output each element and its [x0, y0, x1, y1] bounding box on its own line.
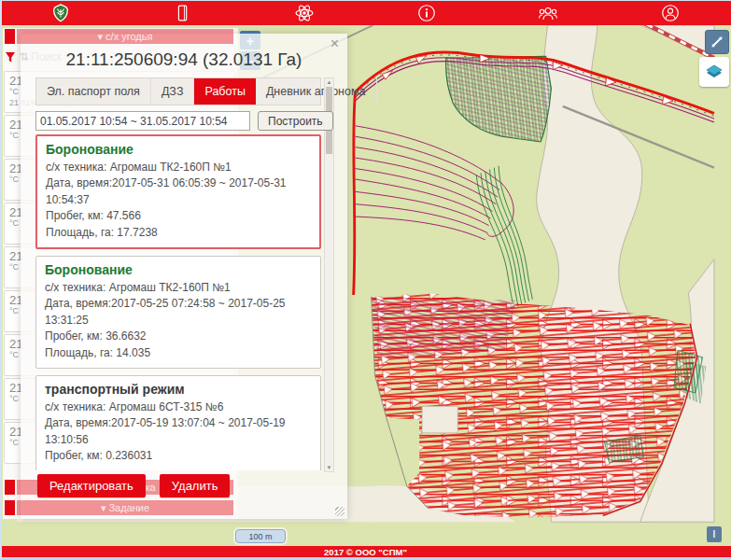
layers-icon[interactable] — [699, 57, 729, 87]
build-button[interactable]: Построить — [258, 111, 333, 131]
work-datetime: Дата, время:2017-05-19 13:07:04 ~ 2017-0… — [45, 415, 312, 448]
modal-tab[interactable]: Дневник агронома — [256, 78, 377, 105]
accordion-lands-header[interactable]: ▾ с/х угодья — [17, 29, 233, 44]
work-title: транспортный режим — [45, 382, 312, 397]
work-datetime: Дата, время:2017-05-25 07:24:58 ~ 2017-0… — [45, 296, 312, 329]
modal-tab[interactable]: Работы — [194, 78, 255, 105]
work-area: Площадь, га: 17.7238 — [46, 225, 311, 241]
field-details-modal: × 21:11:250609:94 (32.0131 Га) Эл. паспо… — [21, 34, 347, 519]
page-left-border — [0, 0, 2, 560]
work-machine: с/х техника: Агромаш ТК2-160П №1 — [45, 280, 312, 296]
scroll-up-icon[interactable]: ▲ — [325, 78, 333, 86]
delete-button[interactable]: Удалить — [160, 474, 231, 497]
copyright-text: 2017 © ООО "СПМ" — [324, 547, 407, 557]
field-cadastral-title: 21:11:250609:94 (32.0131 Га) — [21, 49, 347, 70]
work-card[interactable]: Боронование с/х техника: Агромаш ТК2-160… — [35, 134, 321, 249]
modal-actions: Редактировать Удалить — [37, 474, 230, 497]
work-machine: с/х техника: Агромаш 6СТ-315 №6 — [45, 399, 312, 415]
date-filter-row: Построить — [35, 111, 333, 131]
science-atom-icon[interactable] — [292, 2, 316, 24]
work-mileage: Пробег, км: 47.566 — [46, 208, 311, 224]
top-navigation-bar — [0, 1, 731, 25]
work-area: Площадь, га: 14.035 — [45, 345, 312, 361]
work-mileage: Пробег, км: 36.6632 — [45, 329, 312, 344]
filter-funnel-icon[interactable] — [5, 51, 16, 63]
accordion-marker-lands — [5, 29, 15, 44]
work-title: Боронование — [46, 142, 311, 157]
footer-bar: 2017 © ООО "СПМ" — [0, 546, 731, 557]
users-icon[interactable] — [536, 2, 560, 24]
modal-scrollbar[interactable]: ▲ ▼ — [324, 77, 334, 472]
map-scale-bar: 100 m — [235, 529, 286, 543]
work-datetime: Дата, время:2017-05-31 06:05:39 ~ 2017-0… — [46, 175, 311, 208]
work-title: Боронование — [45, 262, 312, 277]
fullscreen-icon[interactable] — [705, 30, 729, 54]
work-card[interactable]: транспортный режим с/х техника: Агромаш … — [35, 375, 321, 470]
brand-emblem-icon[interactable] — [49, 2, 73, 24]
map-info-button[interactable]: I — [707, 526, 722, 542]
accordion-marker-task — [5, 500, 15, 515]
info-icon[interactable] — [415, 2, 439, 24]
scroll-down-icon[interactable]: ▼ — [325, 464, 333, 471]
work-card[interactable]: Боронование с/х техника: Агромаш ТК2-160… — [35, 256, 321, 369]
modal-tabs: Эл. паспорт поля ДЗЗ Работы Дневник агро… — [35, 77, 321, 105]
modal-resize-handle[interactable] — [335, 507, 344, 516]
modal-tab[interactable]: ДЗЗ — [151, 78, 195, 105]
works-list: Боронование с/х техника: Агромаш ТК2-160… — [35, 134, 321, 470]
account-icon[interactable] — [658, 2, 682, 24]
work-machine: с/х техника: Агромаш ТК2-160П №1 — [46, 160, 311, 175]
close-icon[interactable]: × — [330, 35, 339, 52]
date-range-input[interactable] — [35, 111, 250, 131]
work-mileage: Пробег, км: 0.236031 — [45, 448, 312, 464]
accordion-marker-machines — [5, 480, 15, 495]
fields-book-icon[interactable] — [171, 2, 195, 24]
modal-tab[interactable]: Эл. паспорт поля — [36, 78, 151, 105]
edit-button[interactable]: Редактировать — [37, 474, 146, 497]
accordion-task-header[interactable]: ▾ Задание — [17, 500, 233, 515]
map-track-red-field — [372, 293, 696, 517]
